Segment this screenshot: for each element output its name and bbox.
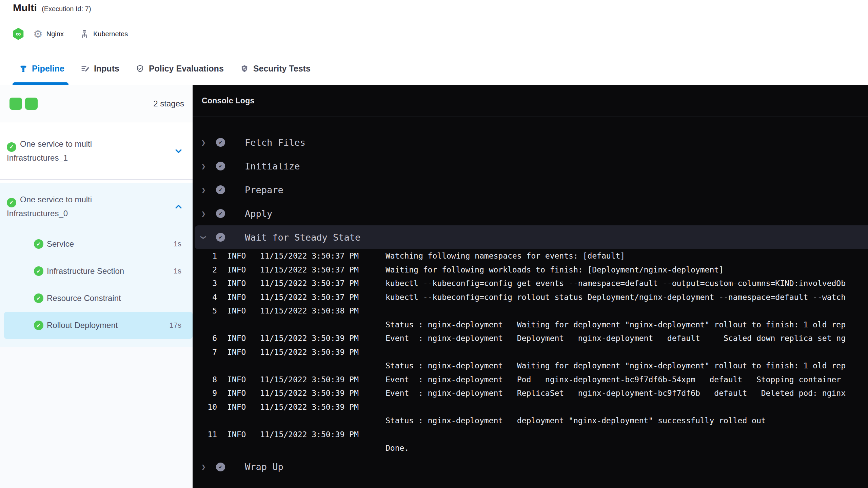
sidebar-step-row[interactable]: ✓Service1s [4, 230, 193, 258]
log-row: 11INFO11/15/2022 3:50:39 PM [193, 428, 868, 442]
service-name: Nginx [46, 30, 64, 38]
success-check-icon: ✓ [34, 293, 43, 303]
step-status-check-icon: ✓ [216, 233, 225, 242]
log-line-number: 10 [193, 403, 217, 411]
log-row: Done. [193, 441, 868, 455]
console-logs-header: Console Logs [193, 85, 868, 117]
log-message: Done. [386, 444, 409, 452]
log-line-number: 2 [193, 265, 217, 274]
log-line-number: 4 [193, 293, 217, 302]
console-step-label: Apply [245, 208, 272, 219]
log-row: Status : nginx-deployment deployment "ng… [193, 414, 868, 428]
stage-card-collapsed[interactable]: ✓One service to multi Infrastructures_1 [0, 122, 193, 180]
execution-meta-row: ∞ ⚙ Nginx Kubernetes [13, 26, 128, 41]
step-expand-chevron-icon[interactable]: ❯ [199, 209, 208, 218]
success-check-icon: ✓ [7, 142, 16, 152]
sidebar-step-duration: 17s [170, 321, 181, 330]
log-row: Status : nginx-deployment Waiting for de… [193, 359, 868, 373]
sidebar-step-name: Rollout Deployment [47, 321, 118, 330]
step-expand-chevron-icon[interactable]: ❯ [199, 233, 208, 241]
log-row: 10INFO11/15/2022 3:50:39 PM [193, 400, 868, 414]
step-expand-chevron-icon[interactable]: ❯ [199, 463, 208, 471]
step-expand-chevron-icon[interactable]: ❯ [199, 162, 208, 170]
tab-security-tests[interactable]: Security Tests [240, 53, 311, 85]
log-level: INFO [227, 375, 248, 384]
console-step-row[interactable]: ❯✓Wrap Up [193, 455, 868, 479]
console-step-row[interactable]: ❯✓Initialize [193, 154, 868, 178]
sidebar-step-row[interactable]: ✓Resource Constraint [4, 285, 193, 312]
tab-inputs[interactable]: Inputs [81, 53, 119, 85]
chevron-down-icon[interactable] [174, 146, 183, 157]
log-row: 8INFO11/15/2022 3:50:39 PMEvent : nginx-… [193, 373, 868, 387]
log-row: 7INFO11/15/2022 3:50:39 PM [193, 345, 868, 359]
log-message: Event : nginx-deployment Pod nginx-deplo… [386, 375, 841, 384]
step-expand-chevron-icon[interactable]: ❯ [199, 186, 208, 194]
pipeline-icon [19, 65, 27, 73]
log-timestamp: 11/15/2022 3:50:39 PM [260, 389, 362, 398]
sidebar-step-name: Service [47, 239, 74, 249]
log-level: INFO [227, 348, 248, 357]
sidebar-empty-area [0, 347, 193, 488]
step-expand-chevron-icon[interactable]: ❯ [199, 138, 208, 147]
log-line-number: 3 [193, 279, 217, 288]
step-status-check-icon: ✓ [216, 162, 225, 170]
stage-status-squares[interactable] [9, 98, 41, 110]
log-message: kubectl --kubeconfig=config get events -… [386, 279, 846, 288]
log-timestamp: 11/15/2022 3:50:37 PM [260, 293, 362, 302]
console-step-row[interactable]: ❯✓Apply [193, 202, 868, 225]
log-level: INFO [227, 389, 248, 398]
infrastructure-name: Kubernetes [93, 30, 128, 38]
sidebar-step-row[interactable]: ✓Rollout Deployment17s [4, 312, 193, 339]
log-message: kubectl --kubeconfig=config rollout stat… [386, 293, 846, 302]
tab-label: Security Tests [253, 64, 311, 74]
log-level: INFO [227, 430, 248, 439]
step-status-check-icon: ✓ [216, 138, 225, 147]
log-level: INFO [227, 293, 248, 302]
log-message: Status : nginx-deployment Waiting for de… [386, 361, 846, 370]
tab-label: Inputs [94, 64, 119, 74]
console-steps-list: ❯✓Fetch Files❯✓Initialize❯✓Prepare❯✓Appl… [193, 117, 868, 479]
stage-card-expanded: ✓One service to multi Infrastructures_0✓… [0, 183, 193, 347]
log-line-number: 9 [193, 389, 217, 398]
console-step-row[interactable]: ❯✓Prepare [193, 178, 868, 202]
tab-pipeline[interactable]: Pipeline [19, 53, 64, 85]
execution-tab-bar: PipelineInputsPolicy EvaluationsSecurity… [0, 53, 868, 85]
sidebar-step-row[interactable]: ✓Infrastructure Section1s [4, 258, 193, 285]
log-row: 6INFO11/15/2022 3:50:39 PMEvent : nginx-… [193, 331, 868, 345]
stage-gap [0, 180, 193, 183]
stage-name-text: One service to multi Infrastructures_1 [7, 139, 92, 162]
stages-summary-bar: 2 stages [0, 85, 193, 122]
log-message: Watching following namespaces for events… [386, 251, 625, 260]
console-step-label: Wrap Up [245, 462, 283, 472]
log-level: INFO [227, 251, 248, 260]
stage-name: ✓One service to multi Infrastructures_0 [7, 194, 125, 220]
stage-header[interactable]: ✓One service to multi Infrastructures_1 [0, 138, 193, 164]
log-message: Status : nginx-deployment deployment "ng… [386, 416, 766, 425]
stage-name-text: One service to multi Infrastructures_0 [7, 195, 92, 218]
log-message: Event : nginx-deployment Deployment ngin… [386, 334, 846, 343]
console-step-label: Prepare [245, 185, 283, 195]
stages-count-label: 2 stages [153, 99, 184, 108]
console-logs-panel: Console Logs ❯✓Fetch Files❯✓Initialize❯✓… [193, 85, 868, 488]
active-tab-underline [13, 82, 68, 85]
log-level: INFO [227, 279, 248, 288]
chevron-up-icon[interactable] [174, 202, 183, 213]
log-row: 3INFO11/15/2022 3:50:37 PMkubectl --kube… [193, 277, 868, 290]
log-timestamp: 11/15/2022 3:50:39 PM [260, 348, 362, 357]
log-level: INFO [227, 306, 248, 315]
tab-policy-evaluations[interactable]: Policy Evaluations [136, 53, 224, 85]
step-status-check-icon: ✓ [216, 209, 225, 218]
console-step-row[interactable]: ❯✓Fetch Files [193, 130, 868, 154]
pipeline-execution-page: Multi (Execution Id: 7) ∞ ⚙ Nginx [0, 0, 868, 488]
log-timestamp: 11/15/2022 3:50:39 PM [260, 375, 362, 384]
log-message: Waiting for following workloads to finis… [386, 265, 724, 274]
log-line-number: 7 [193, 348, 217, 357]
stages-sidebar: 2 stages ✓One service to multi Infrastru… [0, 85, 193, 488]
sidebar-step-name: Resource Constraint [47, 293, 121, 303]
console-step-row[interactable]: ❯✓Wait for Steady State [195, 225, 868, 249]
log-timestamp: 11/15/2022 3:50:39 PM [260, 334, 362, 343]
stage-header[interactable]: ✓One service to multi Infrastructures_0 [0, 183, 193, 230]
log-row: 1INFO11/15/2022 3:50:37 PMWatching follo… [193, 249, 868, 263]
stage-name: ✓One service to multi Infrastructures_1 [7, 138, 125, 164]
sidebar-step-duration: 1s [174, 267, 181, 276]
